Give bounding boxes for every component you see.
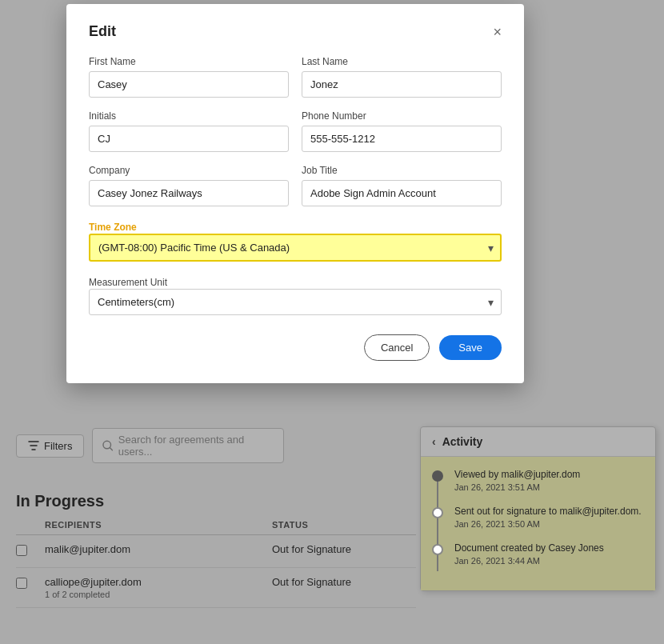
- phone-input[interactable]: [302, 126, 502, 152]
- company-group: Company: [89, 165, 289, 206]
- measurement-select[interactable]: Centimeters(cm): [89, 289, 502, 315]
- job-title-label: Job Title: [302, 165, 502, 176]
- initials-input[interactable]: [89, 126, 289, 152]
- company-job-row: Company Job Title: [89, 165, 502, 206]
- last-name-label: Last Name: [302, 56, 502, 67]
- measurement-group: Measurement Unit Centimeters(cm): [89, 274, 502, 315]
- modal-footer: Cancel Save: [89, 334, 502, 361]
- job-title-input[interactable]: [302, 180, 502, 206]
- timezone-group: Time Zone (GMT-08:00) Pacific Time (US &…: [89, 219, 502, 262]
- phone-label: Phone Number: [302, 110, 502, 122]
- last-name-group: Last Name: [302, 56, 502, 98]
- edit-modal: Edit × First Name Last Name Initials Pho…: [66, 4, 524, 383]
- phone-group: Phone Number: [302, 110, 502, 152]
- save-button[interactable]: Save: [439, 335, 502, 360]
- initials-phone-row: Initials Phone Number: [89, 110, 502, 152]
- last-name-input[interactable]: [302, 71, 502, 98]
- first-name-input[interactable]: [89, 71, 289, 98]
- company-input[interactable]: [89, 180, 289, 206]
- measurement-label: Measurement Unit: [89, 277, 167, 288]
- timezone-label: Time Zone: [89, 222, 137, 233]
- close-button[interactable]: ×: [493, 25, 502, 39]
- company-label: Company: [89, 165, 289, 176]
- modal-header: Edit ×: [89, 23, 502, 40]
- timezone-select[interactable]: (GMT-08:00) Pacific Time (US & Canada): [89, 234, 502, 262]
- first-name-label: First Name: [89, 56, 289, 67]
- cancel-button[interactable]: Cancel: [364, 334, 430, 361]
- initials-label: Initials: [89, 110, 289, 122]
- job-title-group: Job Title: [302, 165, 502, 206]
- first-name-group: First Name: [89, 56, 289, 98]
- timeline-dot-1: [432, 470, 443, 482]
- timezone-select-wrapper: (GMT-08:00) Pacific Time (US & Canada): [89, 234, 502, 262]
- name-row: First Name Last Name: [89, 56, 502, 98]
- initials-group: Initials: [89, 110, 289, 152]
- modal-title: Edit: [89, 23, 116, 40]
- measurement-select-wrapper: Centimeters(cm): [89, 289, 502, 315]
